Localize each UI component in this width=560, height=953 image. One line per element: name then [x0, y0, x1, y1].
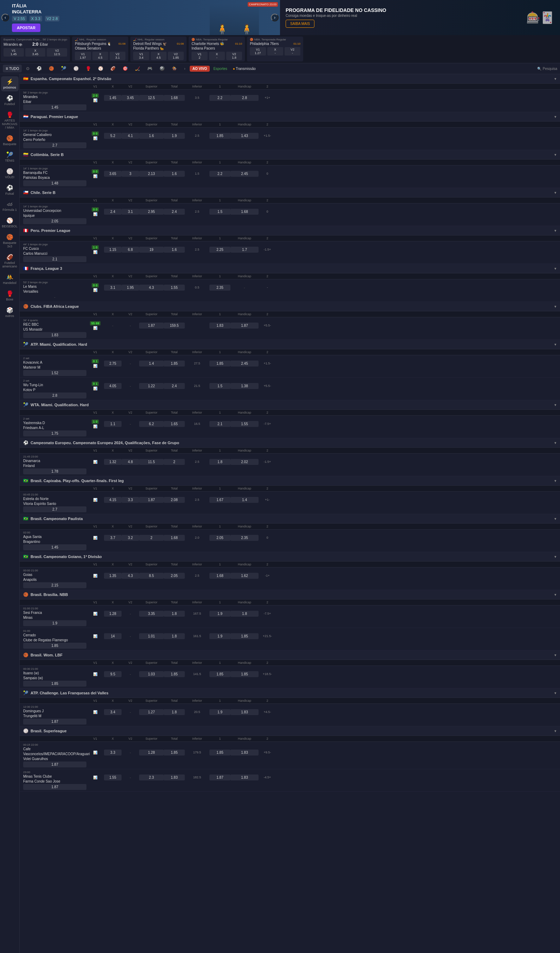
odd-x[interactable]: 4.1: [121, 133, 139, 139]
league-header-atp_miami[interactable]: 🎾 ATP. Miami. Qualification. Hard ▾: [20, 340, 560, 349]
odd-col2[interactable]: 1.9: [23, 620, 87, 626]
hero-odd-2[interactable]: V2 2.8: [45, 16, 60, 22]
odd-superior[interactable]: 1.85: [164, 360, 185, 366]
odd-v2[interactable]: 1.6: [139, 133, 164, 139]
stats-icon[interactable]: 📊: [93, 460, 97, 464]
league-header-brasil_nbb[interactable]: 🏀 Brasil. Brasília. NBB ▾: [20, 590, 560, 599]
live-odd-v2[interactable]: V23.1: [110, 52, 126, 60]
odd-superior[interactable]: 2.4: [164, 209, 185, 215]
match-row[interactable]: 2 set Yastremska DFriedsam A-L 1 0 📊 1.1…: [20, 416, 560, 438]
league-header-wta_miami[interactable]: 🎾 WTA. Miami. Qualification. Hard ▾: [20, 400, 560, 410]
odd-v1[interactable]: 14: [104, 633, 121, 639]
sidebar-item-handebol[interactable]: 🤼 Handebol: [1, 272, 19, 287]
stats-icon[interactable]: 📊: [93, 710, 97, 714]
live-odd-x[interactable]: X-: [267, 47, 283, 56]
odd-v1[interactable]: 5.2: [104, 133, 121, 139]
odd-v2[interactable]: 19: [139, 247, 164, 253]
sidebar-item-beisebol[interactable]: ⚾ BEISEBOL: [1, 215, 19, 230]
odd-v2[interactable]: 2.95: [139, 209, 164, 215]
odd-col2[interactable]: 1.85: [23, 681, 87, 687]
odd-v2[interactable]: 1.87: [139, 323, 164, 329]
live-odd-v1[interactable]: V11.27: [250, 47, 265, 56]
odd-inferior[interactable]: 1.5: [209, 209, 230, 215]
odd-v1[interactable]: 3.4: [104, 709, 121, 715]
league-header-euro_qual[interactable]: ⚽ Campeonato Europeu. Campeonato Europeu…: [20, 438, 560, 448]
odd-v2[interactable]: 8.5: [139, 573, 164, 579]
odd-col1[interactable]: 2.35: [230, 535, 259, 541]
odd-v2[interactable]: 1.87: [139, 497, 164, 503]
odd-inferior[interactable]: 1.5: [209, 383, 230, 389]
live-match-card[interactable]: 🏀 NBA. Temporada Regular Philadelphia 76…: [247, 37, 303, 62]
odd-x[interactable]: 4.3: [121, 573, 139, 579]
league-header-chile[interactable]: 🇨🇱 Chile. Serie B ▾: [20, 188, 560, 197]
match-row[interactable]: 2 set Wu Tung-LinKotov P 0 1 📊 4.05 - 1.…: [20, 378, 560, 400]
tab-basketball[interactable]: 🏀: [46, 65, 57, 72]
league-header-paraguai[interactable]: 🇵🇾 Paraguai. Premier League ▾: [20, 112, 560, 122]
odd-superior[interactable]: 1.6: [164, 171, 185, 177]
odd-inferior[interactable]: 1.85: [209, 133, 230, 139]
sidebar-item-outros[interactable]: 🎲 outros: [1, 305, 19, 320]
odd-x[interactable]: 3.3: [121, 497, 139, 503]
odd-inferior[interactable]: 2.25: [209, 247, 230, 253]
live-odd-x[interactable]: X4.5: [151, 52, 166, 60]
odd-inferior[interactable]: 1.85: [209, 360, 230, 366]
sidebar-item-basquete3x3[interactable]: 🏀 Basquete 3x3: [1, 231, 19, 250]
stats-icon[interactable]: 📊: [93, 386, 97, 390]
tab-hockey[interactable]: 🏒: [132, 65, 143, 72]
odd-col1[interactable]: 1.83: [230, 775, 259, 781]
odd-v1[interactable]: 3.1: [104, 285, 121, 290]
stats-icon[interactable]: 📊: [93, 751, 97, 754]
stats-icon[interactable]: 📊: [93, 634, 97, 638]
odd-inferior[interactable]: 1.85: [209, 671, 230, 677]
odd-superior[interactable]: 1.68: [164, 535, 185, 541]
odd-v2[interactable]: 2.3: [139, 775, 164, 781]
odd-col1[interactable]: 2.8: [230, 95, 259, 101]
tab-boxing[interactable]: 🥊: [83, 65, 94, 72]
odd-x[interactable]: 6.8: [121, 247, 139, 253]
odd-inferior[interactable]: 1.85: [209, 750, 230, 756]
tab-tennis[interactable]: 🎾: [58, 65, 69, 72]
odd-superior[interactable]: 2: [164, 459, 185, 465]
tab-volleyball[interactable]: 🏐: [71, 65, 82, 72]
odd-col2[interactable]: 2.7: [23, 142, 87, 148]
odd-inferior[interactable]: 2.05: [209, 535, 230, 541]
odd-col1[interactable]: 1.38: [230, 383, 259, 389]
live-odd-x[interactable]: X-: [209, 52, 225, 60]
odd-inferior[interactable]: 2.2: [209, 95, 230, 101]
stats-icon[interactable]: 📊: [93, 326, 97, 330]
live-odd-x[interactable]: X3.45: [25, 48, 46, 57]
odd-superior[interactable]: 1.85: [164, 750, 185, 756]
sidebar-item-boxe[interactable]: 🥊 Boxe: [1, 288, 19, 303]
match-row[interactable]: 14' 1 tempo do jogo Universidad Concepci…: [20, 203, 560, 226]
live-odd-v2[interactable]: V2-: [285, 47, 300, 56]
live-odd-v1[interactable]: V11.45: [3, 48, 24, 57]
odd-v2[interactable]: 1.28: [139, 750, 164, 756]
match-row[interactable]: 00:15 22:00 Cafe Vasconcelos/IMEPAC/ARAC…: [20, 742, 560, 769]
odd-col2[interactable]: 1.85: [23, 643, 87, 649]
tab-more[interactable]: ›: [181, 65, 188, 72]
match-row[interactable]: 01:00 CerradoClube de Regatas Flamengo 📊…: [20, 628, 560, 650]
match-row[interactable]: 23:00 Minas Tenis ClubeFarma Conde Sao J…: [20, 769, 560, 792]
stats-icon[interactable]: 📊: [93, 212, 97, 216]
odd-v1[interactable]: 1.35: [104, 573, 121, 579]
odd-superior[interactable]: 1.9: [164, 133, 185, 139]
hero-bet-button[interactable]: APOSTAR: [12, 23, 40, 32]
odd-v1[interactable]: 1.15: [104, 247, 121, 253]
league-header-atp_challenge[interactable]: 🎾 ATP. Challenge. Las Franquesas del Val…: [20, 688, 560, 698]
odd-inferior[interactable]: 2.35: [209, 285, 230, 290]
odd-superior[interactable]: 1.8: [164, 633, 185, 639]
tab-circle[interactable]: ⊙: [23, 65, 32, 72]
odd-col2[interactable]: 1.45: [23, 104, 87, 110]
league-header-franca[interactable]: 🇫🇷 França. League 3 ▾: [20, 264, 560, 273]
odd-col2[interactable]: 1.45: [23, 544, 87, 550]
odd-inferior[interactable]: 1.9: [209, 709, 230, 715]
odd-v1[interactable]: 2.4: [104, 209, 121, 215]
stats-icon[interactable]: 📊: [93, 364, 97, 368]
hero-odd-x[interactable]: X 3.3: [29, 16, 42, 22]
match-row[interactable]: 34' 4 quarto REC BBCUS Monastir 55 69 📊 …: [20, 317, 560, 340]
sidebar-item-volei[interactable]: 🏐 VÔLEI: [1, 166, 19, 181]
tab-transmissao[interactable]: ● Transmissão: [231, 65, 258, 72]
league-header-brasil_goiano[interactable]: 🇧🇷 Brasil. Campeonato Goiano, 1ª Divisão…: [20, 552, 560, 562]
match-row[interactable]: 14' 1 tempo do jogo General CaballeroCer…: [20, 127, 560, 150]
odd-superior[interactable]: 1.68: [164, 95, 185, 101]
